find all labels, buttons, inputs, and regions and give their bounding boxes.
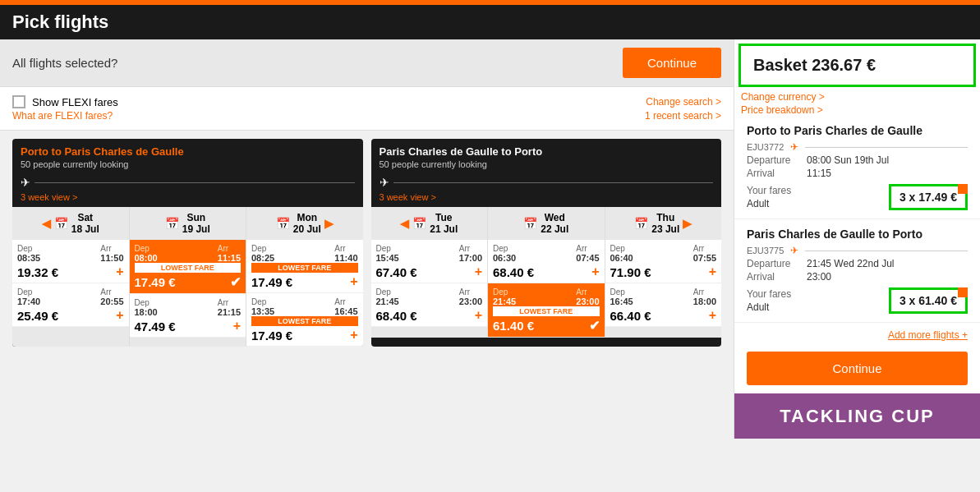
- price-value: 61.40 €: [493, 319, 534, 333]
- flight-slot[interactable]: Dep06:30 Arr07:45 68.40 €+: [488, 240, 605, 283]
- plus-button[interactable]: +: [116, 308, 123, 323]
- flight-slot[interactable]: Dep16:45 Arr18:00 66.40 €+: [605, 283, 722, 327]
- change-currency-link[interactable]: Change currency >: [741, 91, 973, 103]
- flexi-checkbox[interactable]: [12, 95, 25, 108]
- add-more-flights-link[interactable]: Add more flights +: [734, 323, 980, 347]
- continue-button-top[interactable]: Continue: [623, 48, 721, 78]
- calendar-icon[interactable]: 📅: [634, 217, 648, 230]
- price-row: 17.49 €✔: [135, 274, 242, 290]
- price-row: 68.40 €+: [493, 264, 600, 279]
- lowest-fare-badge: LOWEST FARE: [251, 316, 358, 326]
- section2-title: Paris Charles de Gaulle to Porto: [380, 145, 714, 158]
- check-icon: ✔: [589, 318, 600, 333]
- date-day: Wed22 Jul: [541, 212, 568, 235]
- plus-button[interactable]: +: [116, 264, 123, 279]
- date-col-dates1-0: ◀📅Sat18 Jul Dep08:35 Arr11:50 19.32 €+ D…: [12, 207, 130, 347]
- plus-button[interactable]: +: [709, 264, 716, 279]
- plus-button[interactable]: +: [475, 264, 482, 279]
- tackling-banner: TACKLING CUP: [734, 393, 980, 439]
- recent-search-link[interactable]: 1 recent search >: [645, 110, 721, 122]
- date-day: Thu23 Jul: [651, 212, 679, 235]
- left-arrow-icon[interactable]: ◀: [42, 217, 51, 230]
- flight-section-1: Porto to Paris Charles de Gaulle 50 peop…: [12, 139, 363, 347]
- week-view-link-2[interactable]: 3 week view >: [371, 191, 722, 207]
- section1-looking: 50 people currently looking: [21, 159, 355, 169]
- flight-slot[interactable]: Dep08:35 Arr11:50 19.32 €+: [12, 240, 129, 283]
- route2-arr-value: 23:00: [807, 271, 831, 283]
- route2-fares-label: Your fares: [747, 288, 791, 300]
- price-value: 17.49 €: [135, 275, 176, 289]
- route1-adult-label: Adult: [747, 198, 791, 209]
- date-header: 📅Sun19 Jul: [130, 207, 246, 240]
- flexi-label: Show FLEXI fares: [32, 96, 118, 108]
- left-arrow-icon[interactable]: ◀: [400, 217, 409, 230]
- flight-slot[interactable]: Dep08:25 Arr11:40 LOWEST FARE17.49 €+: [246, 240, 363, 293]
- lowest-fare-badge: LOWEST FARE: [493, 306, 600, 316]
- price-row: 67.40 €+: [376, 264, 483, 279]
- calendar-icon[interactable]: 📅: [523, 217, 537, 230]
- flight-slot[interactable]: Dep21:45 Arr23:00 LOWEST FARE61.40 €✔: [488, 283, 605, 338]
- price-row: 17.49 €+: [251, 274, 358, 289]
- price-row: 68.40 €+: [376, 308, 483, 323]
- plus-button[interactable]: +: [591, 264, 599, 279]
- route1-arr-value: 11:15: [807, 168, 831, 179]
- price-breakdown-link[interactable]: Price breakdown >: [741, 104, 973, 116]
- dep-arr-times: Dep08:00 Arr11:15: [135, 243, 242, 263]
- dep-arr-times: Dep08:35 Arr11:50: [17, 243, 124, 263]
- date-col-dates2-2: 📅Thu23 Jul▶ Dep06:40 Arr07:55 71.90 €+ D…: [605, 207, 722, 338]
- section2-looking: 50 people currently looking: [380, 159, 714, 169]
- date-header: ◀📅Sat18 Jul: [12, 207, 129, 240]
- plane-icon-1: ✈: [21, 176, 30, 189]
- price-value: 67.40 €: [376, 265, 417, 279]
- what-are-flexi-link[interactable]: What are FLEXI fares?: [12, 110, 118, 122]
- price-row: 71.90 €+: [610, 264, 717, 279]
- week-view-link-1[interactable]: 3 week view >: [12, 191, 363, 207]
- flight-slot[interactable]: Dep21:45 Arr23:00 68.40 €+: [371, 283, 488, 327]
- route2-plane-icon: ✈: [790, 245, 798, 256]
- date-col-dates1-2: 📅Mon20 Jul▶ Dep08:25 Arr11:40 LOWEST FAR…: [246, 207, 363, 347]
- section1-title-end: Paris Charles de Gaulle: [64, 145, 183, 158]
- right-arrow-icon[interactable]: ▶: [324, 217, 334, 230]
- plus-button[interactable]: +: [233, 319, 241, 333]
- date-day: Sat18 Jul: [71, 212, 99, 235]
- date-header: ◀📅Tue21 Jul: [371, 207, 488, 240]
- flight-slot[interactable]: Dep06:40 Arr07:55 71.90 €+: [605, 240, 722, 283]
- flight-slot[interactable]: Dep18:00 Arr21:15 47.49 €+: [130, 294, 246, 338]
- plus-button[interactable]: +: [475, 308, 482, 323]
- flight-slot[interactable]: Dep08:00 Arr11:15 LOWEST FARE17.49 €✔: [130, 240, 246, 294]
- change-search-link[interactable]: Change search >: [645, 96, 721, 108]
- price-row: 25.49 €+: [17, 308, 124, 323]
- route1-plane-icon: ✈: [790, 141, 798, 153]
- price-row: 66.40 €+: [610, 308, 717, 323]
- plus-button[interactable]: +: [709, 308, 716, 323]
- right-arrow-icon[interactable]: ▶: [683, 217, 692, 230]
- flight-slot[interactable]: Dep15:45 Arr17:00 67.40 €+: [371, 240, 488, 283]
- price-value: 17.49 €: [251, 275, 292, 289]
- price-value: 68.40 €: [493, 265, 534, 279]
- calendar-icon[interactable]: 📅: [54, 217, 68, 230]
- date-day: Tue21 Jul: [430, 212, 458, 235]
- price-value: 25.49 €: [17, 309, 58, 323]
- all-flights-bar: All flights selected? Continue: [0, 39, 734, 87]
- price-row: 47.49 €+: [135, 319, 242, 333]
- flight-slot[interactable]: Dep17:40 Arr20:55 25.49 €+: [12, 283, 129, 327]
- flight-slot[interactable]: Dep13:35 Arr16:45 LOWEST FARE17.49 €+: [246, 293, 363, 347]
- dep-arr-times: Dep16:45 Arr18:00: [610, 287, 717, 306]
- plus-button[interactable]: +: [350, 328, 357, 343]
- dep-arr-times: Dep06:40 Arr07:55: [610, 243, 717, 263]
- basket-box: Basket 236.67 €: [738, 44, 976, 87]
- route2-price-badge: 3 x 61.40 €: [889, 287, 968, 314]
- continue-button-right[interactable]: Continue: [747, 352, 968, 385]
- route2-price-badge-corner: [958, 287, 968, 297]
- date-day: Sun19 Jul: [182, 212, 210, 235]
- plus-button[interactable]: +: [350, 274, 357, 289]
- route1-arr-label: Arrival: [747, 168, 800, 179]
- calendar-icon[interactable]: 📅: [276, 217, 290, 230]
- route1-fares-label: Your fares: [747, 185, 791, 196]
- dep-arr-times: Dep13:35 Arr16:45: [251, 297, 358, 316]
- calendar-icon[interactable]: 📅: [165, 217, 179, 230]
- route2-summary: Paris Charles de Gaulle to Porto EJU3775…: [734, 219, 980, 323]
- calendar-icon[interactable]: 📅: [412, 217, 426, 230]
- price-value: 47.49 €: [135, 320, 176, 333]
- check-icon: ✔: [230, 274, 241, 290]
